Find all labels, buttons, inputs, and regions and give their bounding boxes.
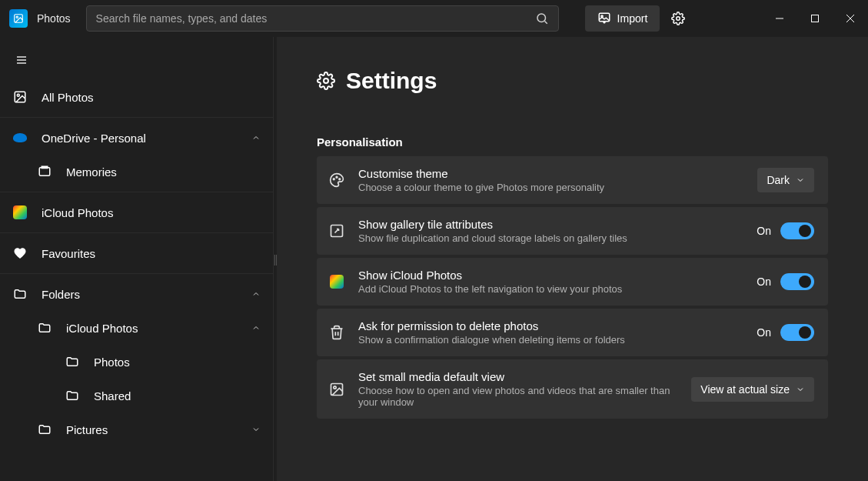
setting-delete-confirm[interactable]: Ask for permission to delete photos Show… [317, 309, 828, 356]
window-controls [762, 6, 868, 31]
chevron-up-icon [251, 323, 261, 332]
svg-point-17 [324, 78, 328, 83]
page-title: Settings [317, 68, 828, 94]
setting-title: Show iCloud Photos [358, 269, 743, 282]
setting-title: Show gallery tile attributes [358, 218, 743, 231]
sidebar-item-folders[interactable]: Folders [0, 277, 273, 311]
theme-dropdown[interactable]: Dark [757, 168, 814, 192]
memories-icon [37, 164, 52, 179]
divider [0, 192, 273, 192]
sidebar-item-onedrive[interactable]: OneDrive - Personal [0, 121, 273, 155]
setting-desc: Choose how to open and view photos and v… [358, 385, 677, 408]
setting-small-media-view[interactable]: Set small media default view Choose how … [317, 359, 828, 419]
sidebar-item-favourites[interactable]: Favourites [0, 236, 273, 270]
sidebar-item-label: Folders [42, 288, 80, 301]
divider [0, 273, 273, 274]
icloud-toggle[interactable] [780, 273, 814, 290]
search-icon [535, 12, 549, 25]
trash-icon [329, 325, 344, 340]
heart-icon [12, 246, 28, 261]
setting-customise-theme[interactable]: Customise theme Choose a colour theme to… [317, 156, 828, 204]
minimize-button[interactable] [762, 6, 797, 31]
hamburger-button[interactable] [6, 45, 37, 75]
toggle-label: On [757, 326, 771, 339]
chevron-up-icon [251, 133, 261, 142]
onedrive-icon [12, 130, 28, 145]
setting-desc: Show a confirmation dialogue when deleti… [358, 334, 743, 346]
divider [0, 232, 273, 233]
edit-square-icon [329, 223, 344, 239]
svg-point-14 [17, 94, 19, 96]
sidebar: All Photos OneDrive - Personal Memories … [0, 37, 274, 481]
icloud-icon [12, 205, 28, 220]
small-media-dropdown[interactable]: View at actual size [691, 377, 814, 402]
import-label: Import [617, 12, 648, 25]
sidebar-folder-icloud[interactable]: iCloud Photos [0, 311, 273, 345]
image-icon [329, 382, 344, 397]
folder-icon [12, 286, 28, 302]
setting-show-icloud[interactable]: Show iCloud Photos Add iCloud Photos to … [317, 258, 828, 306]
sidebar-item-label: Shared [94, 389, 131, 403]
sidebar-item-icloud[interactable]: iCloud Photos [0, 195, 273, 229]
gallery-attrs-toggle[interactable] [780, 222, 814, 239]
titlebar-settings-button[interactable] [663, 3, 693, 34]
settings-content: Settings Personalisation Customise theme… [277, 37, 868, 481]
sidebar-item-label: Favourites [42, 247, 95, 260]
close-button[interactable] [833, 6, 868, 31]
sidebar-item-label: iCloud Photos [42, 206, 113, 219]
page-title-text: Settings [346, 68, 437, 94]
maximize-button[interactable] [797, 6, 833, 31]
delete-confirm-toggle[interactable] [780, 324, 814, 341]
toggle-label: On [757, 225, 771, 237]
folder-icon [65, 388, 80, 403]
sidebar-folder-photos[interactable]: Photos [0, 345, 273, 379]
import-button[interactable]: Import [585, 5, 660, 32]
setting-desc: Choose a colour theme to give Photos mor… [358, 182, 743, 193]
section-personalisation: Personalisation [317, 135, 828, 149]
sidebar-folder-pictures[interactable]: Pictures [0, 413, 273, 446]
palette-icon [329, 172, 344, 188]
sidebar-item-label: Pictures [66, 423, 108, 436]
svg-point-1 [16, 16, 18, 18]
svg-point-18 [333, 179, 334, 180]
svg-point-20 [339, 179, 341, 180]
setting-title: Ask for permission to delete photos [358, 319, 743, 332]
app-name: Photos [37, 12, 71, 25]
chevron-up-icon [251, 289, 261, 299]
dropdown-value: View at actual size [700, 383, 790, 396]
chevron-down-icon [796, 385, 805, 394]
sidebar-item-label: OneDrive - Personal [42, 132, 146, 145]
titlebar: Photos Import [0, 0, 868, 37]
chevron-down-icon [796, 175, 805, 185]
svg-rect-15 [39, 168, 50, 176]
svg-point-2 [537, 14, 546, 22]
gear-icon [317, 72, 335, 90]
setting-gallery-attributes[interactable]: Show gallery tile attributes Show file d… [317, 207, 828, 255]
svg-point-5 [677, 17, 680, 21]
icloud-icon [329, 274, 344, 289]
sidebar-item-label: Photos [94, 356, 130, 369]
sidebar-item-memories[interactable]: Memories [0, 155, 273, 189]
sidebar-item-all-photos[interactable]: All Photos [0, 80, 273, 114]
sidebar-item-label: All Photos [42, 91, 94, 104]
sidebar-item-label: Memories [66, 165, 117, 179]
folder-icon [37, 320, 52, 336]
setting-desc: Show file duplication and cloud storage … [358, 232, 743, 244]
sidebar-folder-shared[interactable]: Shared [0, 379, 273, 413]
setting-desc: Add iCloud Photos to the left navigation… [358, 283, 743, 295]
import-icon [597, 12, 611, 25]
chevron-down-icon [251, 425, 261, 434]
folder-icon [37, 422, 52, 437]
app-logo-icon [9, 9, 28, 28]
image-icon [12, 89, 28, 105]
sidebar-item-label: iCloud Photos [66, 322, 138, 335]
svg-rect-7 [812, 15, 819, 22]
divider [0, 117, 273, 118]
svg-point-25 [334, 386, 336, 388]
toggle-label: On [757, 276, 771, 288]
search-box[interactable] [86, 5, 559, 32]
svg-point-19 [336, 176, 338, 178]
dropdown-value: Dark [767, 174, 790, 186]
search-input[interactable] [96, 12, 535, 25]
setting-title: Customise theme [358, 167, 743, 180]
